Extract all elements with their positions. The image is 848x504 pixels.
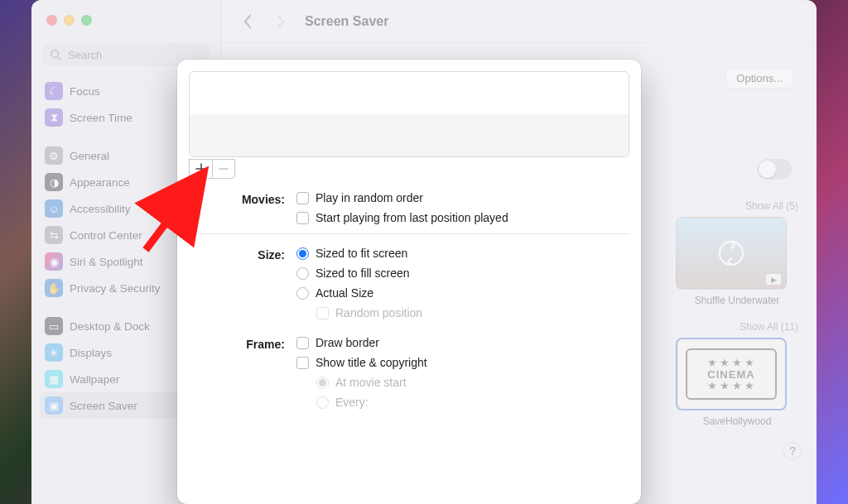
list-row[interactable]: [190, 72, 629, 114]
checkbox-icon: [316, 307, 329, 319]
radio-icon: [296, 267, 309, 280]
thumbnail-label: SaveHollywood: [676, 415, 798, 427]
checkbox-icon: [296, 212, 309, 224]
sidebar-item-label: Accessibility: [70, 203, 131, 215]
frame-section-label: Frame:: [189, 335, 296, 353]
sliders-icon: ⇆: [45, 226, 63, 244]
sidebar-item-label: Wallpaper: [70, 373, 119, 386]
checkbox-icon: [296, 192, 309, 204]
every-interval-radio: Every:: [296, 395, 629, 410]
thumbnail-label: Shuffle Underwater: [676, 295, 798, 306]
shuffle-icon: [716, 238, 747, 269]
radio-icon: [296, 287, 309, 300]
options-button[interactable]: Options...: [725, 68, 793, 89]
active-toggle[interactable]: [757, 159, 792, 180]
show-all-other[interactable]: Show All (11): [676, 321, 798, 333]
radio-icon: [316, 396, 329, 409]
brightness-icon: ☀: [45, 343, 63, 362]
thumbnail-shuffle-underwater[interactable]: ▶: [676, 217, 787, 290]
list-row[interactable]: [190, 114, 629, 156]
sidebar-item-label: Displays: [70, 347, 112, 359]
at-movie-start-radio: At movie start: [296, 375, 629, 390]
screensaver-options-sheet: Movies: Play in random order Start playi…: [177, 60, 641, 504]
section-divider: [189, 233, 629, 234]
size-actual-radio[interactable]: Actual Size: [296, 286, 629, 300]
sidebar-item-label: Appearance: [70, 176, 130, 189]
minus-icon: [218, 163, 229, 175]
plus-icon: [195, 163, 207, 175]
sidebar-item-label: General: [70, 150, 109, 162]
radio-icon: [296, 247, 309, 260]
hourglass-icon: ⧗: [45, 108, 63, 127]
chevron-left-icon: [243, 14, 253, 29]
play-random-order-checkbox[interactable]: Play in random order: [296, 190, 629, 205]
gear-icon: ⚙: [45, 146, 63, 165]
moon-icon: ☾: [45, 82, 63, 100]
help-button[interactable]: ?: [783, 442, 802, 460]
screensaver-icon: ▣: [45, 396, 63, 415]
show-title-copyright-checkbox[interactable]: Show title & copyright: [296, 355, 629, 370]
siri-icon: ◉: [45, 252, 63, 271]
draw-border-checkbox[interactable]: Draw border: [296, 335, 629, 350]
accessibility-icon: ☺: [45, 199, 63, 218]
traffic-lights: [46, 15, 92, 26]
radio-icon: [316, 377, 329, 389]
zoom-window-button[interactable]: [81, 15, 92, 26]
movies-listbox[interactable]: [189, 71, 629, 157]
random-position-checkbox: Random position: [296, 305, 629, 320]
page-title: Screen Saver: [305, 14, 388, 29]
sidebar-item-label: Desktop & Dock: [70, 320, 150, 333]
size-fill-radio[interactable]: Sized to fill screen: [296, 266, 629, 281]
size-fit-radio[interactable]: Sized to fit screen: [296, 246, 629, 261]
checkbox-icon: [296, 337, 309, 349]
checkbox-icon: [296, 357, 309, 369]
back-button[interactable]: [238, 12, 257, 31]
close-window-button[interactable]: [46, 15, 57, 26]
play-icon: ▶: [766, 274, 781, 285]
sidebar-item-label: Focus: [70, 85, 100, 98]
sidebar-item-label: Screen Saver: [70, 400, 137, 412]
dock-icon: ▭: [45, 317, 63, 335]
sidebar-item-label: Screen Time: [70, 112, 132, 124]
gallery-column: Show All (5) ▶ Shuffle Underwater Show A…: [676, 200, 798, 460]
show-all-presets[interactable]: Show All (5): [676, 200, 798, 212]
sidebar-item-label: Control Center: [70, 229, 142, 242]
movies-section-label: Movies:: [189, 190, 296, 209]
sidebar-item-label: Siri & Spotlight: [70, 256, 143, 268]
minimize-window-button[interactable]: [64, 15, 75, 26]
wallpaper-icon: ▦: [45, 370, 63, 388]
svg-point-0: [720, 242, 743, 265]
start-from-last-position-checkbox[interactable]: Start playing from last position played: [296, 210, 629, 225]
cinema-ticket-icon: ★ ★ ★ ★ CINEMA ★ ★ ★ ★: [686, 348, 777, 400]
forward-button[interactable]: [272, 12, 290, 31]
add-movie-button[interactable]: [189, 159, 212, 179]
appearance-icon: ◑: [45, 173, 63, 191]
size-section-label: Size:: [189, 246, 296, 264]
chevron-right-icon: [276, 14, 286, 29]
toolbar: Screen Saver: [222, 0, 817, 43]
hand-icon: ✋: [45, 279, 63, 297]
remove-movie-button[interactable]: [212, 159, 235, 179]
thumbnail-savehollywood[interactable]: ★ ★ ★ ★ CINEMA ★ ★ ★ ★: [676, 338, 787, 410]
sidebar-item-label: Privacy & Security: [70, 282, 161, 295]
